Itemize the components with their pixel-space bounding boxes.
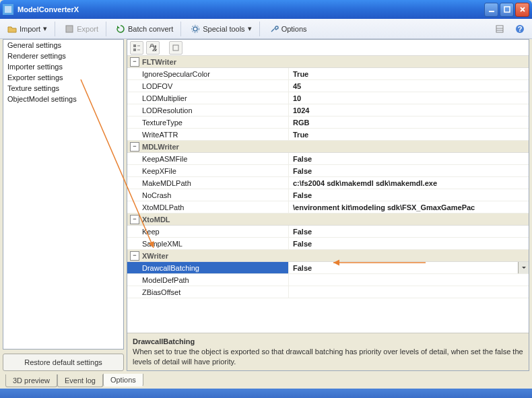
description-title: DrawcallBatching — [133, 337, 523, 345]
property-row[interactable]: NoCrashFalse — [127, 189, 529, 201]
property-pages-button[interactable] — [169, 41, 182, 55]
close-button[interactable] — [515, 3, 529, 17]
property-value[interactable]: False — [289, 165, 529, 176]
property-name: LODFOV — [127, 80, 289, 92]
category-label: XWriter — [142, 252, 168, 260]
property-name: SampleXML — [127, 238, 289, 249]
property-row[interactable]: SampleXMLFalse — [127, 238, 529, 250]
property-row[interactable]: KeepXFileFalse — [127, 165, 529, 177]
property-name: MakeMDLPath — [127, 177, 289, 189]
maximize-button[interactable] — [500, 3, 514, 17]
tab-3d-preview[interactable]: 3D preview — [5, 374, 57, 387]
category-mdlwriter[interactable]: −MDLWriter — [127, 141, 529, 153]
property-row[interactable]: ZBiasOffset — [127, 286, 529, 298]
property-row[interactable]: LODMultiplier10 — [127, 92, 529, 104]
wrench-icon — [269, 24, 279, 34]
svg-point-4 — [193, 27, 197, 31]
property-name: WriteATTR — [127, 129, 289, 140]
sidebar-item-objectmodel[interactable]: ObjectModel settings — [3, 94, 123, 104]
alphabetical-view-button[interactable]: AZ — [146, 41, 160, 55]
property-value[interactable] — [289, 286, 529, 298]
property-value[interactable]: False — [289, 189, 529, 201]
property-row[interactable]: IgnoreSpecularColorTrue — [127, 68, 529, 80]
property-value[interactable]: True — [289, 129, 529, 140]
property-row[interactable]: LODResolution1024 — [127, 104, 529, 117]
property-row[interactable]: ModelDefPath — [127, 274, 529, 286]
property-value[interactable]: 10 — [289, 92, 529, 104]
property-value[interactable] — [289, 274, 529, 286]
property-value[interactable]: False — [289, 226, 529, 237]
restore-defaults-button[interactable]: Restore default settings — [3, 354, 124, 371]
property-value[interactable]: 45 — [289, 80, 529, 92]
special-label: Special tools — [203, 25, 244, 33]
sidebar-item-general[interactable]: General settings — [3, 40, 123, 51]
sidebar-item-texture[interactable]: Texture settings — [3, 83, 123, 94]
list-icon — [495, 24, 504, 34]
collapse-icon[interactable]: − — [130, 57, 139, 67]
property-row[interactable]: XtoMDLPath\environment kit\modeling sdk\… — [127, 201, 529, 213]
help-button[interactable]: ? — [510, 21, 529, 37]
svg-rect-9 — [133, 44, 136, 47]
property-row[interactable]: TextureTypeRGB — [127, 117, 529, 129]
property-value[interactable]: 1024 — [289, 104, 529, 116]
property-value[interactable]: False — [289, 153, 529, 164]
description-text: When set to true the object is exported … — [133, 347, 523, 366]
svg-rect-0 — [5, 6, 11, 13]
property-value[interactable]: True — [289, 68, 529, 79]
property-name: KeepXFile — [127, 165, 289, 176]
bottom-tabs: 3D preview Event log Options — [5, 374, 143, 387]
options-button[interactable]: Options — [265, 21, 312, 37]
property-value[interactable]: c:\fs2004 sdk\makemdl sdk\makemdl.exe — [289, 177, 529, 189]
property-value[interactable]: False — [289, 262, 529, 273]
property-row[interactable]: DrawcallBatchingFalse — [127, 262, 529, 274]
category-label: MDLWriter — [142, 143, 179, 151]
property-row[interactable]: WriteATTRTrue — [127, 129, 529, 141]
property-value[interactable]: RGB — [289, 117, 529, 128]
sidebar-item-importer[interactable]: Importer settings — [3, 61, 123, 72]
property-name: NoCrash — [127, 189, 289, 201]
svg-rect-10 — [133, 48, 136, 51]
category-label: FLTWriter — [142, 58, 176, 66]
property-grid: −FLTWriterIgnoreSpecularColorTrueLODFOV4… — [127, 56, 529, 333]
property-row[interactable]: MakeMDLPathc:\fs2004 sdk\makemdl sdk\mak… — [127, 177, 529, 189]
app-icon — [3, 4, 13, 15]
property-name: Keep — [127, 226, 289, 237]
svg-rect-2 — [504, 7, 510, 12]
collapse-icon[interactable]: − — [130, 142, 139, 152]
batch-label: Batch convert — [128, 25, 173, 33]
svg-rect-6 — [496, 26, 503, 32]
settings-category-list: General settings Renderer settings Impor… — [3, 39, 124, 350]
export-button[interactable]: Export — [60, 21, 103, 37]
svg-text:Z: Z — [152, 44, 157, 52]
sidebar-item-renderer[interactable]: Renderer settings — [3, 51, 123, 61]
category-label: XtoMDL — [142, 215, 170, 224]
statusbar — [0, 389, 532, 398]
category-fltwriter[interactable]: −FLTWriter — [127, 56, 529, 68]
category-xtomdl[interactable]: −XtoMDL — [127, 213, 529, 226]
property-row[interactable]: KeepASMFileFalse — [127, 153, 529, 165]
collapse-icon[interactable]: − — [130, 251, 139, 261]
gear-icon — [191, 24, 200, 34]
property-row[interactable]: KeepFalse — [127, 226, 529, 238]
property-value[interactable]: \environment kit\modeling sdk\FSX_GmaxGa… — [289, 201, 529, 213]
properties-button[interactable] — [490, 21, 509, 37]
tab-event-log[interactable]: Event log — [57, 374, 103, 387]
chevron-down-icon: ▾ — [43, 24, 47, 33]
dropdown-arrow-icon[interactable] — [518, 262, 529, 273]
svg-rect-13 — [173, 45, 178, 51]
categorized-view-button[interactable] — [130, 41, 143, 55]
options-label: Options — [281, 25, 307, 33]
special-tools-button[interactable]: Special tools ▾ — [186, 21, 256, 37]
svg-text:?: ? — [518, 25, 523, 33]
property-row[interactable]: LODFOV45 — [127, 80, 529, 92]
import-label: Import — [20, 25, 40, 33]
sidebar-item-exporter[interactable]: Exporter settings — [3, 72, 123, 83]
collapse-icon[interactable]: − — [130, 215, 139, 224]
property-value[interactable]: False — [289, 238, 529, 249]
tab-options[interactable]: Options — [103, 374, 143, 387]
import-button[interactable]: Import ▾ — [3, 21, 52, 37]
category-xwriter[interactable]: −XWriter — [127, 250, 529, 262]
toolbar: Import ▾ Export Batch convert Special to… — [0, 19, 532, 39]
minimize-button[interactable] — [484, 3, 498, 17]
batch-convert-button[interactable]: Batch convert — [111, 21, 178, 37]
